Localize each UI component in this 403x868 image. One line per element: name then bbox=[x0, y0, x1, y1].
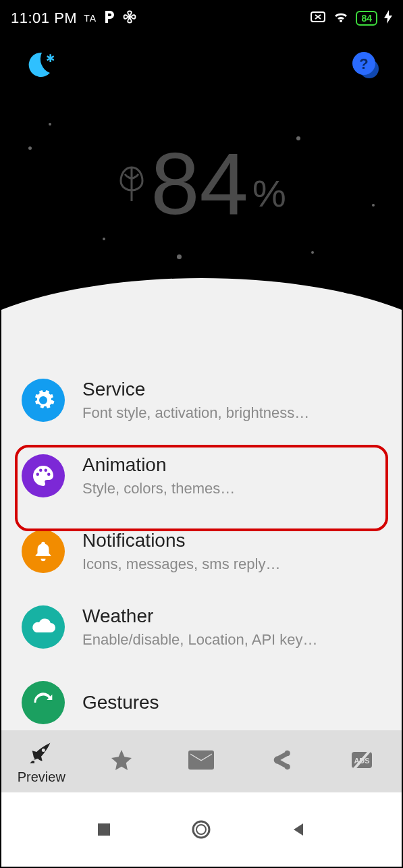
wifi-icon bbox=[333, 10, 349, 26]
item-title: Notifications bbox=[82, 530, 280, 551]
help-button[interactable]: ? bbox=[349, 49, 381, 81]
item-desc: Icons, messages, sms reply… bbox=[82, 555, 280, 573]
list-item-notifications[interactable]: Notifications Icons, messages, sms reply… bbox=[11, 514, 392, 589]
fan-app-icon bbox=[122, 9, 137, 27]
tab-favorites[interactable] bbox=[82, 748, 162, 775]
item-desc: Style, colors, themes… bbox=[82, 480, 235, 497]
rocket-icon bbox=[28, 738, 55, 768]
tab-bar: Preview ADS bbox=[1, 730, 402, 792]
tab-share[interactable] bbox=[242, 749, 322, 774]
clock-text: 11:01 PM bbox=[11, 9, 77, 27]
settings-list[interactable]: Service Font style, activation, brightne… bbox=[11, 362, 392, 734]
tab-label: Preview bbox=[18, 769, 65, 785]
status-bar: 11:01 PM TA 84 bbox=[1, 1, 402, 35]
list-item-animation[interactable]: Animation Style, colors, themes… bbox=[11, 438, 392, 514]
p-app-icon bbox=[103, 9, 115, 27]
list-item-service[interactable]: Service Font style, activation, brightne… bbox=[11, 362, 392, 438]
tab-messages[interactable] bbox=[161, 750, 242, 773]
item-title: Gestures bbox=[82, 692, 159, 713]
battery-pill: 84 bbox=[356, 11, 377, 26]
share-icon bbox=[270, 749, 293, 774]
nav-recent-button[interactable] bbox=[90, 816, 117, 843]
battery-pill-text: 84 bbox=[361, 13, 372, 24]
item-title: Animation bbox=[82, 454, 235, 476]
svg-rect-8 bbox=[98, 823, 110, 836]
bell-icon bbox=[22, 530, 65, 573]
android-nav-bar bbox=[1, 792, 402, 867]
ads-off-icon: ADS bbox=[349, 747, 375, 776]
list-item-gestures[interactable]: Gestures bbox=[11, 665, 392, 724]
gear-icon bbox=[22, 379, 65, 422]
leaf-icon bbox=[117, 162, 146, 205]
tab-preview[interactable]: Preview bbox=[1, 738, 82, 785]
tab-ads[interactable]: ADS bbox=[321, 747, 402, 776]
battery-value: 84 bbox=[151, 140, 248, 227]
item-title: Service bbox=[82, 379, 309, 400]
battery-display: 84 % bbox=[1, 140, 402, 227]
star-icon bbox=[109, 748, 134, 775]
battery-unit: % bbox=[252, 171, 286, 215]
charging-bolt-icon bbox=[384, 10, 392, 26]
svg-text:✱: ✱ bbox=[46, 53, 54, 64]
cloud-icon bbox=[22, 605, 65, 649]
status-ta-label: TA bbox=[84, 13, 97, 24]
mail-icon bbox=[188, 750, 214, 773]
night-mode-button[interactable]: ✱ bbox=[22, 49, 54, 81]
no-sim-icon bbox=[310, 10, 326, 26]
svg-text:?: ? bbox=[359, 55, 368, 72]
item-desc: Font style, activation, brightness… bbox=[82, 404, 309, 422]
nav-back-button[interactable] bbox=[286, 816, 313, 843]
swipe-icon bbox=[22, 681, 65, 724]
item-desc: Enable/disable, Location, API key… bbox=[82, 631, 318, 649]
svg-point-10 bbox=[196, 825, 206, 834]
svg-point-9 bbox=[193, 821, 209, 838]
item-title: Weather bbox=[82, 605, 318, 627]
nav-home-button[interactable] bbox=[188, 816, 215, 843]
palette-icon bbox=[22, 454, 65, 497]
list-item-weather[interactable]: Weather Enable/disable, Location, API ke… bbox=[11, 589, 392, 665]
